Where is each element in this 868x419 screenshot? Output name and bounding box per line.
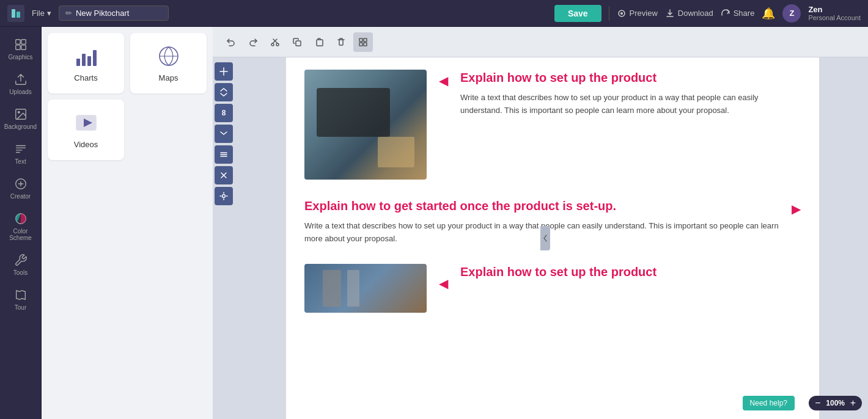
- svg-rect-5: [21, 40, 25, 44]
- section-1-arrow-left: ◀: [439, 73, 448, 88]
- svg-rect-0: [12, 9, 15, 18]
- need-help-button[interactable]: Need help?: [743, 396, 795, 410]
- sidebar-item-background-label: Background: [4, 123, 37, 130]
- sidebar-item-color-scheme-label: Color Scheme: [5, 228, 37, 241]
- svg-point-27: [223, 195, 226, 198]
- collapse-panel-handle[interactable]: [540, 226, 550, 250]
- sidebar-item-tour-label: Tour: [15, 304, 26, 311]
- logo: [7, 5, 24, 22]
- svg-rect-24: [364, 38, 367, 42]
- svg-rect-1: [17, 12, 20, 18]
- section-1-body: Write a text that describes how to set u…: [460, 92, 801, 117]
- user-account: Personal Account: [808, 14, 861, 21]
- document-title[interactable]: ✏ New Piktochart: [59, 5, 169, 21]
- list-button[interactable]: [215, 145, 233, 164]
- paste-button[interactable]: [309, 32, 329, 52]
- section-3-image: [304, 264, 427, 313]
- collapse-button[interactable]: [215, 125, 233, 143]
- sidebar-item-graphics[interactable]: Graphics: [2, 33, 39, 65]
- right-margin: [819, 57, 868, 419]
- content-section-3: ◀ Explain how to set up the product: [286, 258, 819, 325]
- svg-rect-13: [82, 54, 86, 66]
- svg-point-3: [620, 12, 623, 15]
- sidebar: Graphics Uploads Background Text: [0, 27, 42, 419]
- svg-rect-26: [364, 43, 367, 46]
- canvas-toolbar: [213, 27, 868, 57]
- svg-rect-14: [87, 56, 91, 66]
- undo-button[interactable]: [221, 32, 241, 52]
- zoom-level: 100%: [825, 399, 847, 407]
- file-chevron: ▾: [47, 9, 51, 18]
- avatar[interactable]: Z: [782, 4, 801, 23]
- section-3-content: Explain how to set up the product: [460, 264, 801, 286]
- panel-card-charts[interactable]: Charts: [48, 33, 124, 93]
- section-3-heading: Explain how to set up the product: [460, 264, 801, 280]
- title-edit-icon: ✏: [65, 9, 72, 18]
- copy-button[interactable]: [287, 32, 307, 52]
- sidebar-item-graphics-label: Graphics: [8, 54, 32, 60]
- svg-rect-15: [93, 50, 97, 66]
- cut-button[interactable]: [265, 32, 285, 52]
- svg-rect-4: [15, 40, 20, 44]
- content-section-1: ◀ Explain how to set up the product Writ…: [286, 57, 819, 192]
- zoom-in-button[interactable]: +: [850, 398, 856, 408]
- grid-button[interactable]: [353, 32, 373, 52]
- user-name: Zen: [808, 5, 861, 14]
- page-counter: 8: [215, 104, 233, 122]
- panel-card-maps-label: Maps: [159, 73, 178, 82]
- file-label: File: [32, 9, 45, 18]
- user-info: Zen Personal Account: [808, 5, 861, 21]
- panel-grid: Charts Maps Videos: [48, 33, 207, 160]
- sidebar-item-tour[interactable]: Tour: [2, 283, 39, 316]
- svg-rect-7: [21, 45, 25, 49]
- share-label: Share: [734, 9, 755, 18]
- panel-card-videos[interactable]: Videos: [48, 100, 124, 160]
- download-label: Download: [678, 9, 713, 18]
- svg-rect-25: [359, 43, 362, 46]
- sidebar-item-text[interactable]: Text: [2, 137, 39, 170]
- download-button[interactable]: Download: [665, 9, 713, 18]
- expand-button[interactable]: [215, 83, 233, 101]
- add-page-button[interactable]: [215, 62, 233, 81]
- svg-rect-21: [296, 41, 301, 46]
- sidebar-item-tools-label: Tools: [13, 269, 28, 276]
- vertical-strip: 8: [213, 57, 235, 419]
- preview-button[interactable]: Preview: [617, 9, 658, 18]
- sidebar-item-uploads[interactable]: Uploads: [2, 68, 39, 100]
- sidebar-item-background[interactable]: Background: [2, 103, 39, 135]
- panel-card-videos-label: Videos: [74, 140, 98, 149]
- delete-button[interactable]: [331, 32, 351, 52]
- svg-rect-23: [359, 38, 362, 42]
- share-button[interactable]: Share: [721, 9, 755, 18]
- panel-card-maps[interactable]: Maps: [130, 33, 207, 93]
- zoom-control: − 100% +: [809, 396, 862, 410]
- main-layout: Graphics Uploads Background Text: [0, 27, 868, 419]
- save-button[interactable]: Save: [554, 5, 601, 22]
- close-strip-button[interactable]: [215, 166, 233, 184]
- topbar: File ▾ ✏ New Piktochart Save Preview Dow…: [0, 0, 868, 27]
- content-section-2: Explain how to get started once the prod…: [286, 192, 819, 258]
- section-1-image: [304, 70, 427, 180]
- panel-card-charts-label: Charts: [74, 73, 97, 82]
- preview-label: Preview: [630, 9, 658, 18]
- section-3-arrow-left: ◀: [439, 276, 448, 291]
- notifications-bell[interactable]: 🔔: [762, 7, 775, 20]
- sidebar-item-uploads-label: Uploads: [9, 89, 32, 95]
- file-menu[interactable]: File ▾: [32, 9, 51, 18]
- settings-strip-button[interactable]: [215, 187, 233, 205]
- sidebar-item-creator[interactable]: Creator: [2, 172, 39, 205]
- divider-1: [609, 6, 609, 21]
- sidebar-item-color-scheme[interactable]: Color Scheme: [2, 207, 39, 246]
- canvas-area: 8: [213, 27, 868, 419]
- page-canvas: ◀ Explain how to set up the product Writ…: [286, 57, 819, 419]
- sidebar-item-text-label: Text: [15, 158, 26, 165]
- section-2-arrow-right: ▶: [792, 202, 801, 216]
- canvas-content: 8: [213, 57, 868, 419]
- sidebar-item-tools[interactable]: Tools: [2, 249, 39, 281]
- zoom-out-button[interactable]: −: [815, 398, 820, 408]
- section-1-heading: Explain how to set up the product: [460, 70, 801, 86]
- title-value: New Piktochart: [76, 9, 129, 18]
- redo-button[interactable]: [243, 32, 263, 52]
- sidebar-item-creator-label: Creator: [10, 193, 31, 200]
- svg-point-9: [18, 111, 20, 113]
